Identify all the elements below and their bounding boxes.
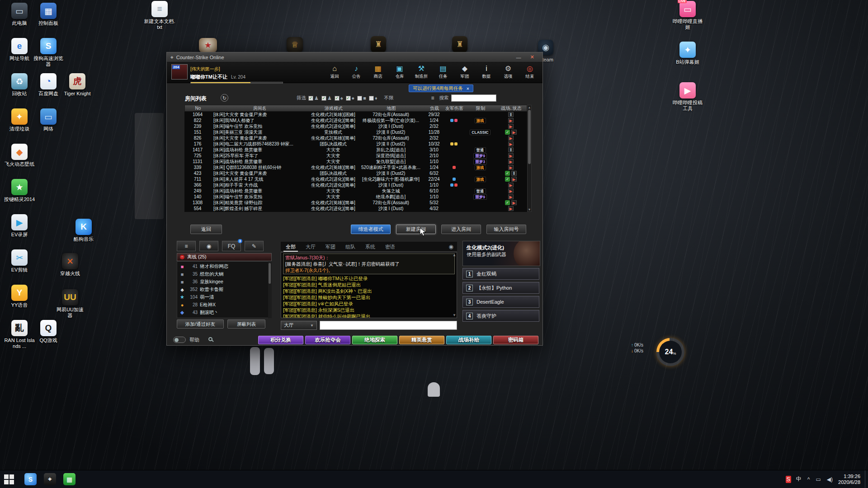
desktop-icon[interactable]: UU 网易UU加速器 <box>54 289 86 319</box>
table-row[interactable]: 239 [休闲]端午佳节 欢乐竞拍 生化模式2(进化)[简单] 沙漠 I (Du… <box>184 123 527 129</box>
table-row[interactable]: 1417 [休闲]战场补给 悬赏徽章 大灾变 异乱之战[追击] 3/10 普通 … <box>184 147 527 153</box>
notice-banner[interactable]: 可以进行第4周每周任务 × <box>409 84 473 92</box>
table-row[interactable]: 711 [休闲]来人就开 4 17 无线 生化模式2(进化)[简单] [生化2]… <box>184 176 527 182</box>
show-desktop-strip[interactable] <box>865 470 867 488</box>
desktop-icon[interactable]: ✦ 清理垃圾 <box>4 108 35 132</box>
desktop-icon[interactable]: ★ <box>199 38 217 52</box>
desktop-icon[interactable]: Q QQ游戏 <box>33 320 64 343</box>
close-button[interactable]: ✕ <box>525 54 539 60</box>
feature-button[interactable]: 战场补给 <box>446 336 491 344</box>
filter-settings-icon[interactable]: ≡ <box>431 95 434 101</box>
checkbox[interactable]: ✓ <box>308 96 313 101</box>
nav-item[interactable]: ⚒ 制造所 <box>410 63 432 79</box>
enter-room-number-button[interactable]: 输入房间号 <box>486 225 526 234</box>
refresh-button[interactable]: ↻ <box>221 94 228 102</box>
desktop-icon[interactable]: ♕ <box>287 37 303 52</box>
filter-checkbox[interactable]: ✓ ♠ <box>335 95 343 101</box>
feature-button[interactable]: 精英悬赏 <box>399 336 444 344</box>
column-header[interactable]: 房间名 <box>211 105 308 111</box>
nav-item[interactable]: ⌂ 返回 <box>324 63 345 79</box>
scroll-up-icon[interactable]: ▲ <box>453 253 456 257</box>
friends-tab[interactable]: FQ 3 <box>222 241 241 251</box>
window-titlebar[interactable]: ⌖ Counter-Strike Online — ✕ <box>167 52 542 62</box>
weapon-row[interactable]: 3 DesertEagle <box>462 296 539 308</box>
friend-row[interactable]: ■ 35 想您的大鲷 <box>177 270 271 278</box>
checkbox[interactable]: ✓ <box>369 96 374 101</box>
nav-item[interactable]: ▣ 仓库 <box>389 63 410 79</box>
weapon-row[interactable]: 4 苍炎守护 <box>462 310 539 322</box>
checkbox[interactable]: ✓ <box>346 96 351 101</box>
table-row[interactable]: 249 [休闲]战场补给 悬赏徽章 大灾变 失落之城 6/10 普通 ✓ ▶ <box>184 188 527 194</box>
table-row[interactable]: 366 [休闲]粽子手雷 大作战 生化模式2(进化)[简单] 沙漠 I (Dus… <box>184 182 527 188</box>
desktop-icon[interactable]: ◔ 百度网盘 <box>33 73 64 97</box>
table-row[interactable]: 176 [休闲]电二届大刀战群857468239 钟家... 团队决战模式 沙漠… <box>184 141 527 147</box>
friends-scrollbar[interactable] <box>268 261 272 318</box>
desktop-icon[interactable]: ▦ 控制面板 <box>33 3 64 26</box>
desktop-icon[interactable]: 虎 Tiger Knight <box>61 73 93 97</box>
table-row[interactable]: 140 [休闲]端午佳节 欢乐竞拍 大灾变 绝境杀戮[追击] 1/10 噩梦9 … <box>184 194 527 200</box>
filter-checkbox[interactable]: ✓ ■ <box>357 95 366 101</box>
add-friend-button[interactable]: 添加/通过好友 <box>177 319 224 328</box>
player-emblem[interactable]: 204 <box>171 64 188 80</box>
performance-gauge[interactable]: 24 % <box>656 338 684 366</box>
creator-mode-button[interactable]: 缔造者模式 <box>351 225 391 234</box>
tray-icon[interactable]: S <box>786 476 791 483</box>
chat-tab[interactable]: 全部 <box>281 242 301 252</box>
taskbar-app-icon[interactable]: ⌖ <box>44 473 56 485</box>
taskbar-clock[interactable]: 1:39:26 2020/6/28 <box>838 474 860 485</box>
filter-unlimited[interactable]: 不限 <box>384 95 394 101</box>
nav-item[interactable]: ♪ 公告 <box>345 63 367 79</box>
chat-tab[interactable]: 系统 <box>360 242 380 252</box>
nav-item[interactable]: ▦ 商店 <box>367 63 389 79</box>
desktop-icon[interactable]: 亂 RAN Lost Islands ... <box>4 320 35 349</box>
tray-icon[interactable]: ▭ <box>815 476 821 483</box>
desktop-icon[interactable]: ▭ 此电脑 <box>4 3 35 26</box>
table-row[interactable]: 822 [休闲]我NM人都傻了 生化模式2(进化)[简单] 终极战役第一季(亡命… <box>184 117 527 123</box>
desktop-icon[interactable]: ★ 按键精灵2014 <box>4 179 35 202</box>
tray-icon[interactable]: ◀) <box>826 476 834 483</box>
scroll-up-icon[interactable]: ▲ <box>528 105 531 109</box>
chat-tab[interactable]: 密语 <box>380 242 400 252</box>
new-room-button[interactable]: 新建房间 <box>396 225 436 234</box>
minimize-button[interactable]: — <box>512 55 525 60</box>
desktop-icon[interactable]: ≡ 新建文本文档.txt <box>144 1 175 30</box>
block-list-button[interactable]: 屏蔽列表 <box>227 319 265 328</box>
friend-row[interactable]: ■ 36 皇族kingee <box>177 278 271 286</box>
tray-icon[interactable]: 中 <box>795 475 802 483</box>
chat-tab[interactable]: 军团 <box>321 242 340 252</box>
chat-visibility-icon[interactable]: ◉ <box>449 244 453 250</box>
chat-channel-select[interactable]: 大厅 ▼ <box>281 321 317 330</box>
player-info[interactable]: 204 [伟大的第一步] 嘟嘟你TM让不让Lv. 204 <box>171 64 283 84</box>
chat-tab[interactable]: 组队 <box>340 242 360 252</box>
desktop-icon[interactable]: Y YY语音 <box>4 285 35 308</box>
table-row[interactable]: 423 [休闲]大灾变 黄金僵尸来袭 团队决战模式 沙漠 II (Dust2) … <box>184 170 527 176</box>
desktop-icon[interactable]: ▶ 哔哩哔哩投稿工具 <box>672 82 703 112</box>
nav-item[interactable]: ◎ 结束 <box>519 63 541 79</box>
desktop-icon[interactable]: K 酷狗音乐 <box>68 219 99 242</box>
search-icon[interactable] <box>208 337 212 341</box>
desktop-icon[interactable]: ▭ LIVE 哔哩哔哩直播姬 <box>672 1 703 30</box>
taskbar-app-icon[interactable]: ▦ <box>63 473 75 485</box>
room-scrollbar[interactable]: ▲ ▼ <box>527 105 532 212</box>
chat-input[interactable] <box>320 321 457 330</box>
table-row[interactable]: 554 [休闲]辉煌圣剑 撼宇碎星 生化模式2(进化)[简单] 沙漠 I (Du… <box>184 206 527 211</box>
checkbox[interactable]: ✓ <box>321 96 326 101</box>
desktop-icon[interactable]: ◆ 飞火动态壁纸 <box>4 144 35 167</box>
desktop-icon[interactable]: ▭ 网络 <box>33 108 64 132</box>
desktop-icon[interactable]: S 搜狗高速浏览器 <box>33 38 64 67</box>
friends-offline-group[interactable]: − 离线 (25) <box>177 253 272 261</box>
column-header[interactable]: 限制 <box>463 105 498 111</box>
chat-messages[interactable]: 雷狱Janus-7(30天)：[服务器消息] 恭喜[丿义气堂··試君]！开启密码… <box>281 252 457 318</box>
table-row[interactable]: 826 [休闲]大灾变 黄金僵尸来袭 生化模式2(英雄)[简单] 72街仓库(A… <box>184 135 527 141</box>
friend-row[interactable]: ● 28 E枪神X <box>177 301 271 309</box>
tray-icon[interactable]: ^ <box>807 476 811 483</box>
friend-row[interactable]: ★ 104 萌一清 <box>177 293 271 301</box>
friends-tab[interactable]: ≡ <box>177 241 196 251</box>
nav-item[interactable]: i 数据 <box>476 63 497 79</box>
table-row[interactable]: 1308 [休闲]精英悬赏 绿野仙踪 生化模式2(英雄)[简单] 72街仓库(A… <box>184 200 527 206</box>
table-row[interactable]: 725 [休闲]25早班车 开车了 大灾变 深度恐惧[追击] 2/10 噩梦9 … <box>184 153 527 159</box>
desktop-icon[interactable]: ▶ EV录屏 <box>4 214 35 238</box>
table-row[interactable]: 151 [休闲]美丽三亚 浪漫天涯 竞技模式 沙漠 II (Dust2) 11/… <box>184 129 527 135</box>
filter-checkbox[interactable]: ✓ ● <box>346 95 355 101</box>
weapon-row[interactable]: 1 金红双蝎 <box>462 268 539 280</box>
